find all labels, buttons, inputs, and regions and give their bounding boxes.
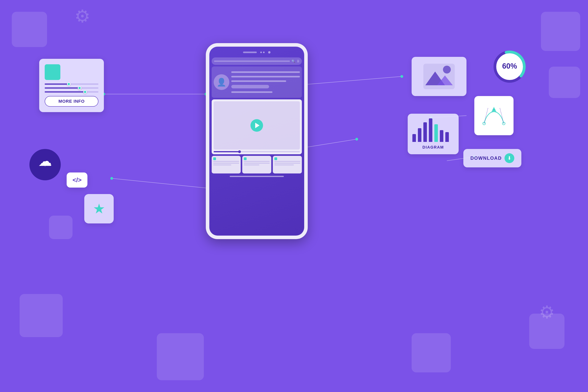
pen-tool-svg bbox=[480, 102, 508, 129]
grid-line-1b bbox=[213, 163, 239, 164]
diagram-bars bbox=[412, 118, 454, 144]
bg-square-3 bbox=[549, 67, 580, 98]
grid-line-3c bbox=[274, 164, 294, 166]
sliders-container bbox=[45, 84, 98, 92]
diagram-bar-3 bbox=[423, 122, 427, 142]
download-icon-circle: ⬇ bbox=[504, 153, 514, 163]
phone-profile-section: 👤 bbox=[212, 66, 302, 98]
profile-line-2 bbox=[231, 76, 300, 78]
info-card: MORE INFO bbox=[39, 59, 104, 112]
play-button[interactable] bbox=[250, 119, 263, 132]
grid-icon-3 bbox=[274, 158, 277, 160]
user-icon: 👤 bbox=[216, 78, 226, 87]
svg-point-8 bbox=[355, 138, 358, 140]
grid-line-2c bbox=[244, 164, 259, 166]
phone-search-text bbox=[214, 60, 290, 62]
phone-dot-1 bbox=[260, 52, 262, 53]
grid-line-1c bbox=[213, 164, 231, 166]
star-card: ★ bbox=[84, 194, 114, 224]
diagram-card: DIAGRAM bbox=[408, 114, 459, 154]
svg-text:60%: 60% bbox=[502, 62, 517, 70]
slider-thumb-2[interactable] bbox=[78, 86, 81, 90]
gear-icon-bottom: ⚙ bbox=[539, 302, 555, 322]
more-info-button[interactable]: MORE INFO bbox=[45, 96, 98, 106]
phone-content: 🔍 ☰ 👤 bbox=[212, 58, 302, 233]
diagram-bar-1 bbox=[412, 134, 416, 142]
diagram-bar-4 bbox=[429, 118, 432, 142]
download-card[interactable]: DOWNLOAD ⬇ bbox=[463, 149, 521, 168]
svg-rect-20 bbox=[480, 102, 508, 129]
svg-point-4 bbox=[110, 177, 113, 180]
svg-line-7 bbox=[308, 139, 357, 147]
diagram-bar-2 bbox=[418, 128, 422, 142]
svg-line-5 bbox=[308, 76, 402, 84]
mountain-svg bbox=[423, 64, 455, 89]
bg-square-7 bbox=[412, 333, 451, 372]
bg-square-6 bbox=[157, 333, 204, 380]
slider-fill-2 bbox=[45, 88, 80, 88]
phone-video-section bbox=[212, 99, 302, 154]
phone-avatar: 👤 bbox=[214, 74, 229, 90]
gear-icon-top: ⚙ bbox=[74, 6, 90, 26]
phone: 🔍 ☰ 👤 bbox=[206, 43, 308, 239]
diagram-bar-5 bbox=[434, 124, 438, 142]
image-card bbox=[412, 57, 466, 96]
grid-line-3a bbox=[274, 161, 300, 162]
slider-thumb-1[interactable] bbox=[67, 82, 70, 86]
phone-bottom-bar bbox=[230, 176, 284, 177]
main-container: ⚙ ⚙ bbox=[0, 0, 588, 392]
phone-grid-section bbox=[212, 156, 302, 174]
phone-grid-item-1 bbox=[212, 156, 241, 174]
info-card-image bbox=[45, 64, 60, 80]
profile-btn bbox=[231, 85, 269, 88]
svg-point-6 bbox=[400, 75, 403, 78]
svg-line-3 bbox=[112, 178, 208, 188]
grid-line-3b bbox=[274, 163, 300, 164]
diagram-label: DIAGRAM bbox=[412, 145, 454, 150]
grid-line-2b bbox=[244, 163, 270, 164]
phone-menu-icon: ☰ bbox=[297, 60, 300, 63]
phone-notch-dots bbox=[260, 52, 264, 53]
slider-fill-1 bbox=[45, 84, 69, 85]
phone-dot-2 bbox=[263, 52, 264, 53]
phone-video-player[interactable] bbox=[214, 101, 300, 150]
bg-square-8 bbox=[49, 216, 72, 239]
vector-card bbox=[474, 96, 514, 135]
phone-progress-fill bbox=[214, 151, 240, 152]
grid-line-2a bbox=[244, 161, 270, 162]
phone-grid-item-3 bbox=[273, 156, 302, 174]
diagram-bar-6 bbox=[440, 130, 443, 142]
phone-searchbar[interactable]: 🔍 ☰ bbox=[212, 58, 302, 65]
profile-line-3 bbox=[231, 80, 286, 82]
grid-icon-1 bbox=[213, 158, 216, 160]
profile-line-1 bbox=[231, 71, 300, 73]
phone-progress-dot bbox=[238, 150, 241, 153]
bg-square-4 bbox=[20, 294, 63, 337]
code-tag-card: </> bbox=[67, 172, 88, 188]
star-icon: ★ bbox=[93, 201, 105, 217]
bg-square-2 bbox=[541, 12, 580, 51]
phone-progress-bar[interactable] bbox=[214, 151, 300, 152]
progress-circle-container: 60% bbox=[492, 49, 527, 85]
phone-notch-pill bbox=[243, 52, 257, 53]
bg-square-1 bbox=[12, 12, 47, 47]
grid-icon-2 bbox=[244, 158, 246, 160]
slider-thumb-3[interactable] bbox=[83, 90, 87, 94]
cloud-upload-icon: ☁↑ bbox=[38, 153, 52, 176]
download-icon: ⬇ bbox=[508, 156, 511, 161]
slider-2[interactable] bbox=[45, 88, 98, 88]
slider-1[interactable] bbox=[45, 84, 98, 85]
phone-camera bbox=[268, 51, 270, 54]
diagram-bar-7 bbox=[445, 132, 449, 142]
play-triangle-icon bbox=[255, 123, 260, 128]
slider-3[interactable] bbox=[45, 91, 98, 92]
phone-grid-item-2 bbox=[242, 156, 271, 174]
phone-notch bbox=[239, 50, 274, 54]
profile-line-4 bbox=[231, 91, 272, 93]
download-label: DOWNLOAD bbox=[470, 156, 502, 161]
phone-search-icon: 🔍 bbox=[292, 60, 295, 63]
cloud-upload-circle[interactable]: ☁↑ bbox=[30, 149, 61, 180]
grid-line-1a bbox=[213, 161, 239, 162]
slider-fill-3 bbox=[45, 91, 85, 92]
svg-point-14 bbox=[443, 66, 451, 74]
